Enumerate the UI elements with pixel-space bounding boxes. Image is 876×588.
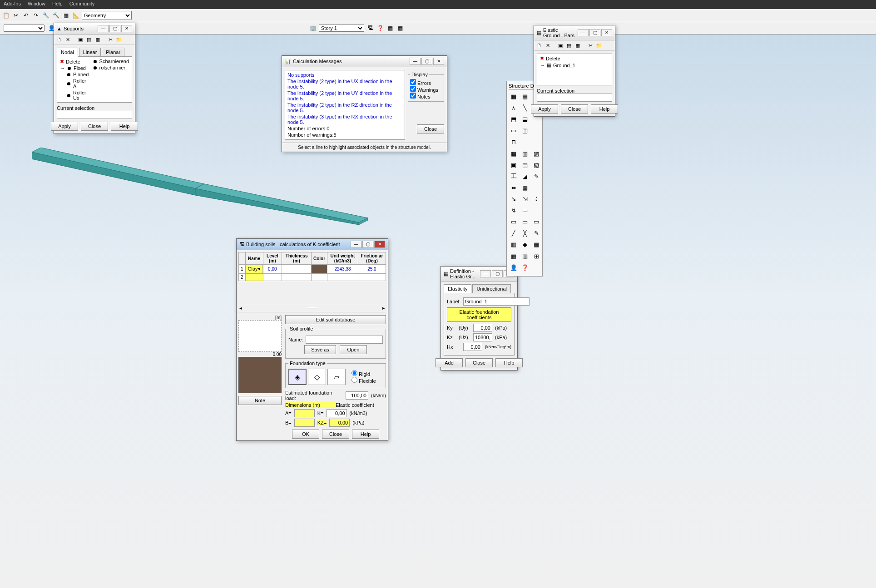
tool-icon[interactable]: ✎ <box>531 228 541 238</box>
msg-item[interactable]: The instability (2 type) in the RZ direc… <box>287 102 403 114</box>
warnings-check[interactable]: Warnings <box>410 86 442 93</box>
tool-icon[interactable]: ▭ <box>509 125 519 135</box>
close-button[interactable]: Close <box>561 104 588 114</box>
story-dropdown[interactable]: Story 1 <box>319 25 364 32</box>
list-item[interactable]: ✖Delete <box>538 55 611 62</box>
minimize-button[interactable]: — <box>578 29 589 36</box>
menu-community[interactable]: Community <box>69 1 95 8</box>
maximize-button[interactable]: ▢ <box>109 25 120 32</box>
view-icon[interactable]: ▤ <box>565 42 573 49</box>
efc-button[interactable]: Elastic foundation coefficients <box>447 307 511 322</box>
new-icon[interactable]: 🗋 <box>55 36 63 43</box>
tool-icon[interactable]: 📐 <box>72 11 80 20</box>
layout-dropdown[interactable]: Geometry <box>82 11 132 20</box>
help-button[interactable]: Help <box>591 104 618 114</box>
est-load-input[interactable] <box>346 391 368 400</box>
maximize-button[interactable]: ▢ <box>589 29 600 36</box>
delete-icon[interactable]: ✕ <box>544 42 551 49</box>
msg-item[interactable]: The instability (2 type) in the UY direc… <box>287 90 403 102</box>
help-icon[interactable]: ❓ <box>520 262 530 272</box>
dropdown-arrow-icon[interactable]: ▾ <box>258 266 261 272</box>
tool-icon[interactable]: 🔧 <box>42 11 50 20</box>
tool-icon[interactable]: ⤸ <box>531 194 541 204</box>
label-input[interactable] <box>463 297 530 306</box>
tool-icon[interactable]: ⬒ <box>509 114 519 124</box>
folder-icon[interactable]: 📁 <box>115 36 123 43</box>
errors-check[interactable]: Errors <box>410 79 442 86</box>
tab-elasticity[interactable]: Elasticity <box>444 284 471 293</box>
grid-icon[interactable]: ▦ <box>386 24 394 32</box>
maximize-button[interactable]: ▢ <box>362 241 373 248</box>
minimize-button[interactable]: — <box>98 25 109 32</box>
hx-input[interactable] <box>463 343 482 351</box>
kz-input[interactable] <box>473 333 492 341</box>
menu-window[interactable]: Window <box>28 1 45 8</box>
view-icon[interactable]: ▤ <box>85 36 93 43</box>
maximize-button[interactable]: ▢ <box>421 58 432 65</box>
tool-icon[interactable]: ▦ <box>509 91 519 101</box>
kz-input[interactable] <box>329 419 350 427</box>
tool-icon[interactable]: ⋏ <box>509 103 519 113</box>
tool-icon[interactable]: ⊓ <box>509 137 519 147</box>
list-item[interactable]: ✖Delete <box>58 58 91 65</box>
left-dropdown[interactable] <box>4 25 45 32</box>
b-input[interactable] <box>294 419 315 427</box>
view-icon[interactable]: ▣ <box>557 42 564 49</box>
tab-linear[interactable]: Linear <box>79 48 101 56</box>
tool-icon[interactable]: ▭ <box>520 205 530 215</box>
tool-icon[interactable]: ▦ <box>509 251 519 261</box>
tool-icon[interactable]: ▧ <box>531 160 541 170</box>
close-button[interactable]: Close <box>322 430 349 439</box>
found-type-3[interactable]: ▱ <box>327 369 346 385</box>
tool-icon[interactable]: ◆ <box>520 239 530 249</box>
close-button[interactable]: ✕ <box>433 58 444 65</box>
k-input[interactable] <box>327 409 347 417</box>
tool-icon[interactable]: ▦ <box>509 148 519 158</box>
tool-icon[interactable]: 📋 <box>2 11 10 20</box>
view-icon[interactable]: ▦ <box>574 42 581 49</box>
flexible-radio[interactable]: Flexible <box>351 377 376 384</box>
close-button[interactable]: Close <box>417 124 444 133</box>
help-button[interactable]: Help <box>495 358 523 367</box>
menu-addins[interactable]: Add-Ins <box>4 1 21 8</box>
open-button[interactable]: Open <box>340 345 367 354</box>
minimize-button[interactable]: — <box>351 241 361 248</box>
tool-icon[interactable]: ▣ <box>509 160 519 170</box>
tool-icon[interactable]: ▭ <box>520 217 530 227</box>
tool-icon[interactable]: ▭ <box>509 217 519 227</box>
tool-icon[interactable]: ⇲ <box>520 194 530 204</box>
delete-icon[interactable]: ✕ <box>64 36 71 43</box>
scroll-right[interactable]: ▸ <box>382 305 385 311</box>
tool-icon[interactable]: ╳ <box>520 228 530 238</box>
tool-icon[interactable]: 👤 <box>509 262 519 272</box>
apply-button[interactable]: Apply <box>51 122 78 131</box>
tab-unidir[interactable]: Unidirectional <box>472 284 511 293</box>
ky-input[interactable] <box>473 324 492 332</box>
cut-icon[interactable]: ✂ <box>587 42 594 49</box>
tool-icon[interactable]: ⊞ <box>531 251 541 261</box>
tool-icon[interactable]: 工 <box>509 171 519 181</box>
found-type-1[interactable]: ◈ <box>288 369 307 385</box>
ok-button[interactable]: OK <box>292 430 319 439</box>
tab-planar[interactable]: Planar <box>102 48 124 56</box>
found-type-2[interactable]: ◇ <box>308 369 326 385</box>
add-button[interactable]: Add <box>436 358 463 367</box>
notes-check[interactable]: Notes <box>410 93 442 99</box>
tool-icon[interactable]: ⬓ <box>520 114 530 124</box>
scroll-left[interactable]: ◂ <box>239 305 242 311</box>
minimize-button[interactable]: — <box>480 270 491 277</box>
tool-icon[interactable]: ▤ <box>520 160 530 170</box>
close-button[interactable]: ✕ <box>601 29 612 36</box>
close-button[interactable]: Close <box>465 358 493 367</box>
tool-icon[interactable]: ▤ <box>520 91 530 101</box>
msg-item[interactable]: No supports <box>287 72 403 78</box>
tool-icon[interactable]: ↷ <box>32 11 40 20</box>
tool-icon[interactable]: ╲ <box>520 103 530 113</box>
tool-icon[interactable]: ▭ <box>531 217 541 227</box>
table-row[interactable]: 2 <box>239 274 386 281</box>
tool-icon[interactable]: ✎ <box>531 171 541 181</box>
edit-db-button[interactable]: Edit soil database <box>285 315 386 324</box>
list-item[interactable]: →▦Ground_1 <box>538 62 611 69</box>
apply-button[interactable]: Apply <box>531 104 558 114</box>
current-selection-input[interactable] <box>57 111 132 119</box>
